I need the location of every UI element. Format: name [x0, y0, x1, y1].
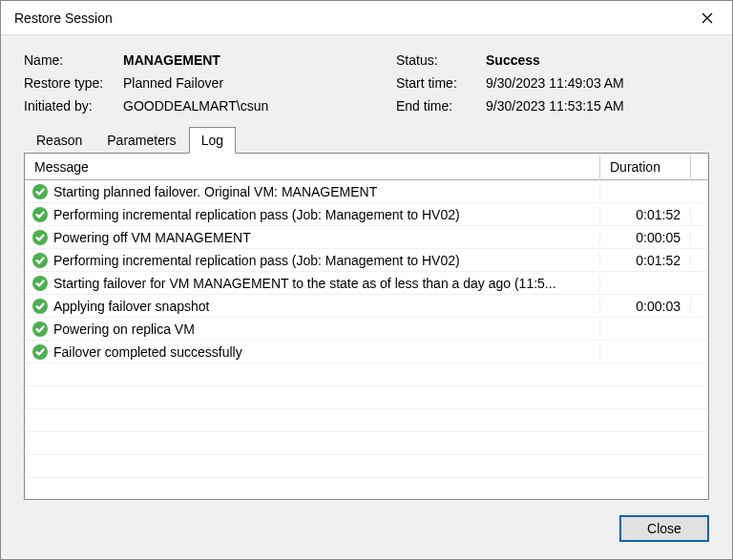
info-row-start-time: Start time: 9/30/2023 11:49:03 AM [396, 75, 709, 91]
tab-parameters[interactable]: Parameters [94, 127, 188, 154]
log-duration-cell: 0:00:05 [600, 230, 691, 245]
log-message-text: Applying failover snapshot [53, 299, 209, 314]
log-row[interactable]: Powering off VM MANAGEMENT0:00:05 [25, 226, 708, 249]
log-duration-cell: 0:01:52 [600, 253, 691, 268]
start-time-value: 9/30/2023 11:49:03 AM [486, 75, 624, 91]
end-time-label: End time: [396, 98, 482, 114]
log-message-cell: Applying failover snapshot [25, 299, 600, 314]
info-col-left: Name: MANAGEMENT Restore type: Planned F… [24, 52, 377, 114]
log-row-empty [25, 363, 708, 386]
log-message-text: Powering on replica VM [53, 321, 195, 337]
info-section: Name: MANAGEMENT Restore type: Planned F… [1, 35, 732, 127]
info-row-status: Status: Success [396, 52, 709, 68]
close-icon [702, 12, 713, 24]
col-header-message[interactable]: Message [25, 156, 600, 178]
close-button[interactable] [694, 5, 721, 31]
log-message-cell: Failover completed successfully [25, 344, 600, 360]
end-time-value: 9/30/2023 11:53:15 AM [486, 98, 624, 114]
success-icon [32, 344, 48, 360]
restore-session-dialog: Restore Session Name: MANAGEMENT Restore… [0, 0, 733, 560]
info-row-initiated-by: Initiated by: GOODDEALMART\csun [24, 98, 377, 114]
log-row[interactable]: Starting failover for VM MANAGEMENT to t… [25, 272, 708, 295]
log-message-text: Starting failover for VM MANAGEMENT to t… [53, 276, 556, 291]
log-row-empty [25, 432, 708, 455]
tab-log[interactable]: Log [189, 127, 236, 154]
log-message-cell: Starting planned failover. Original VM: … [25, 184, 600, 199]
success-icon [32, 184, 48, 199]
log-row-empty [25, 409, 708, 432]
footer: Close [1, 511, 732, 559]
log-row[interactable]: Performing incremental replication pass … [25, 249, 708, 272]
info-col-right: Status: Success Start time: 9/30/2023 11… [396, 52, 709, 114]
log-message-cell: Starting failover for VM MANAGEMENT to t… [25, 276, 600, 291]
log-body[interactable]: Starting planned failover. Original VM: … [25, 180, 708, 499]
log-row[interactable]: Powering on replica VM [25, 318, 708, 341]
log-message-cell: Performing incremental replication pass … [25, 207, 600, 222]
log-message-text: Powering off VM MANAGEMENT [53, 230, 251, 245]
log-row-empty [25, 386, 708, 409]
log-row[interactable]: Starting planned failover. Original VM: … [25, 180, 708, 203]
log-row[interactable]: Failover completed successfully [25, 341, 708, 363]
status-value: Success [486, 52, 540, 68]
titlebar: Restore Session [1, 1, 732, 35]
log-row[interactable]: Performing incremental replication pass … [25, 203, 708, 226]
success-icon [32, 230, 48, 245]
info-row-restore-type: Restore type: Planned Failover [24, 75, 377, 91]
tabs: Reason Parameters Log [24, 127, 709, 154]
name-value: MANAGEMENT [123, 52, 220, 68]
log-panel: Message Duration Starting planned failov… [24, 153, 709, 500]
success-icon [32, 253, 48, 268]
tab-reason[interactable]: Reason [24, 127, 94, 154]
log-message-text: Starting planned failover. Original VM: … [53, 184, 377, 199]
log-duration-cell: 0:00:03 [600, 299, 691, 314]
log-message-cell: Powering on replica VM [25, 321, 600, 337]
log-row[interactable]: Applying failover snapshot0:00:03 [25, 295, 708, 318]
log-row-empty [25, 455, 708, 478]
info-row-name: Name: MANAGEMENT [24, 52, 377, 68]
log-header: Message Duration [25, 154, 708, 180]
success-icon [32, 207, 48, 222]
status-label: Status: [396, 52, 482, 68]
initiated-by-label: Initiated by: [24, 98, 119, 114]
log-message-cell: Powering off VM MANAGEMENT [25, 230, 600, 245]
info-row-end-time: End time: 9/30/2023 11:53:15 AM [396, 98, 709, 114]
success-icon [32, 299, 48, 314]
log-message-text: Performing incremental replication pass … [53, 207, 460, 222]
log-duration-cell: 0:01:52 [600, 207, 691, 222]
dialog-title: Restore Session [14, 10, 113, 26]
close-button-footer[interactable]: Close [619, 515, 709, 542]
start-time-label: Start time: [396, 75, 482, 91]
col-header-duration[interactable]: Duration [600, 156, 691, 178]
log-message-text: Performing incremental replication pass … [53, 253, 460, 268]
name-label: Name: [24, 52, 119, 68]
log-message-cell: Performing incremental replication pass … [25, 253, 600, 268]
success-icon [32, 321, 48, 337]
restore-type-value: Planned Failover [123, 75, 223, 91]
restore-type-label: Restore type: [24, 75, 119, 91]
initiated-by-value: GOODDEALMART\csun [123, 98, 268, 114]
success-icon [32, 276, 48, 291]
log-message-text: Failover completed successfully [53, 344, 242, 360]
